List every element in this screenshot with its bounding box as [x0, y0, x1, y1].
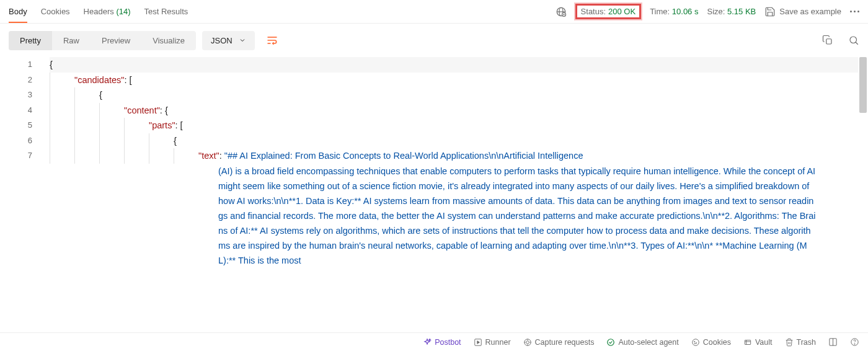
tab-body[interactable]: Body: [9, 1, 27, 22]
code-token: "text": [198, 151, 219, 161]
svg-point-19: [696, 342, 696, 343]
copy-icon[interactable]: [822, 35, 833, 46]
globe-icon[interactable]: [556, 6, 567, 17]
status-label: Status:: [581, 7, 606, 16]
more-options-icon[interactable]: [850, 11, 859, 12]
postbot-button[interactable]: Postbot: [423, 338, 461, 347]
view-tab-pretty[interactable]: Pretty: [9, 31, 52, 50]
capture-requests-button[interactable]: Capture requests: [523, 338, 595, 347]
svg-rect-21: [745, 340, 750, 344]
tab-test-results[interactable]: Test Results: [144, 1, 188, 22]
response-tabs: Body Cookies Headers (14) Test Results: [9, 1, 188, 22]
tab-headers-label: Headers: [84, 7, 114, 16]
code-token: {: [99, 90, 102, 100]
code-token: [: [130, 75, 132, 85]
scrollbar-thumb[interactable]: [859, 57, 867, 113]
svg-point-6: [850, 37, 857, 43]
status-box: Status: 200 OK: [575, 4, 642, 19]
code-token: "parts": [149, 120, 175, 130]
view-tab-raw[interactable]: Raw: [52, 31, 91, 50]
chevron-down-icon: [239, 37, 246, 44]
trash-label: Trash: [797, 338, 817, 347]
bottom-status-bar: Postbot Runner Capture requests Auto-sel…: [0, 332, 868, 351]
line-number-gutter: 1 2 3 4 5 6 7: [0, 57, 43, 164]
format-dropdown[interactable]: JSON: [202, 31, 255, 50]
format-dropdown-label: JSON: [211, 36, 232, 45]
code-token: :: [219, 151, 224, 161]
cookies-label: Cookies: [703, 338, 731, 347]
trash-button[interactable]: Trash: [785, 338, 817, 347]
svg-point-17: [693, 339, 699, 345]
runner-label: Runner: [485, 338, 511, 347]
code-token: "## AI Explained: From Basic Concepts to…: [224, 151, 583, 161]
code-token: {: [174, 136, 177, 146]
help-icon[interactable]: [850, 337, 859, 347]
postbot-label: Postbot: [435, 338, 461, 347]
auto-select-label: Auto-select agent: [618, 338, 678, 347]
view-mode-tabs: Pretty Raw Preview Visualize: [9, 31, 196, 50]
code-string-tail: common type of AI. ML algorithms learn f…: [218, 268, 853, 272]
tab-headers[interactable]: Headers (14): [84, 1, 131, 22]
svg-point-16: [608, 339, 614, 345]
code-token: "candidates": [74, 75, 124, 85]
svg-line-7: [856, 42, 858, 45]
time-label: Time:: [650, 7, 670, 16]
size-value: 5.15 KB: [727, 7, 756, 16]
vault-label: Vault: [755, 338, 773, 347]
save-as-example-button[interactable]: Save as example: [764, 6, 841, 17]
wrap-lines-button[interactable]: [261, 30, 283, 51]
code-token: :: [160, 105, 165, 115]
capture-label: Capture requests: [535, 338, 595, 347]
runner-button[interactable]: Runner: [474, 338, 511, 347]
layout-icon[interactable]: [828, 337, 838, 347]
cookies-button[interactable]: Cookies: [691, 338, 731, 347]
svg-point-20: [694, 343, 695, 344]
svg-marker-9: [477, 340, 479, 344]
svg-point-18: [694, 341, 694, 342]
response-body-code[interactable]: 1 2 3 4 5 6 7 { "candidates": [ { "conte…: [0, 57, 868, 324]
code-token: :: [175, 120, 180, 130]
auto-select-agent-button[interactable]: Auto-select agent: [606, 338, 678, 347]
svg-point-27: [854, 344, 855, 344]
code-string-body: (AI) is a broad field encompassing techn…: [218, 164, 853, 268]
status-value: 200 OK: [608, 7, 636, 16]
tab-cookies[interactable]: Cookies: [41, 1, 70, 22]
save-example-label: Save as example: [779, 7, 841, 16]
svg-point-10: [526, 340, 529, 344]
code-token: {: [165, 105, 168, 115]
code-token: :: [124, 75, 129, 85]
vault-button[interactable]: Vault: [743, 338, 773, 347]
view-tab-preview[interactable]: Preview: [91, 31, 141, 50]
size-label: Size:: [707, 7, 725, 16]
save-icon: [764, 6, 776, 17]
view-tab-visualize[interactable]: Visualize: [141, 31, 196, 50]
svg-rect-5: [826, 39, 831, 44]
code-token: [: [180, 120, 183, 130]
code-token: {: [50, 60, 53, 69]
code-token: "content": [124, 105, 160, 115]
time-value: 10.06 s: [672, 7, 699, 16]
time-meta: Time: 10.06 s: [650, 7, 698, 16]
tab-headers-count: (14): [116, 7, 130, 16]
search-icon[interactable]: [848, 35, 859, 46]
size-meta: Size: 5.15 KB: [707, 7, 756, 16]
